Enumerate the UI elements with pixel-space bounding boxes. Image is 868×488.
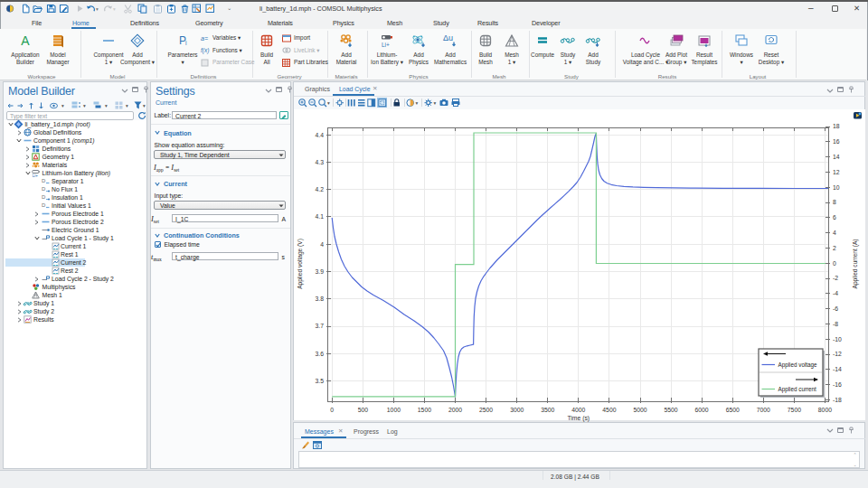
svg-text:4: 4 bbox=[833, 230, 836, 236]
svg-text:3.6: 3.6 bbox=[316, 351, 325, 357]
svg-text:8000: 8000 bbox=[818, 407, 832, 413]
svg-text:Applied current: Applied current bbox=[778, 386, 817, 393]
svg-text:4.2: 4.2 bbox=[316, 186, 325, 192]
svg-text:5000: 5000 bbox=[633, 407, 646, 413]
svg-text:7500: 7500 bbox=[788, 407, 801, 413]
svg-text:2500: 2500 bbox=[479, 407, 493, 413]
svg-text:14: 14 bbox=[833, 154, 840, 160]
svg-text:0: 0 bbox=[330, 407, 334, 413]
svg-text:-6: -6 bbox=[833, 305, 838, 312]
svg-text:3.7: 3.7 bbox=[316, 323, 325, 329]
svg-text:Applied current (A): Applied current (A) bbox=[852, 239, 859, 289]
svg-text:0: 0 bbox=[833, 260, 836, 267]
svg-text:3500: 3500 bbox=[541, 407, 554, 413]
svg-text:Time (s): Time (s) bbox=[567, 415, 590, 422]
svg-text:4.1: 4.1 bbox=[316, 213, 325, 220]
svg-text:3.9: 3.9 bbox=[316, 268, 325, 275]
svg-text:-4: -4 bbox=[833, 290, 838, 296]
svg-text:4.3: 4.3 bbox=[316, 159, 325, 165]
svg-text:1000: 1000 bbox=[387, 407, 401, 413]
svg-text:7000: 7000 bbox=[757, 407, 770, 413]
svg-text:5500: 5500 bbox=[665, 407, 678, 413]
svg-text:2: 2 bbox=[833, 245, 836, 251]
svg-text:-14: -14 bbox=[833, 366, 842, 372]
svg-text:8: 8 bbox=[833, 199, 836, 205]
svg-text:12: 12 bbox=[833, 169, 840, 175]
svg-text:4500: 4500 bbox=[602, 407, 616, 413]
svg-text:-12: -12 bbox=[833, 351, 842, 357]
svg-text:-18: -18 bbox=[833, 397, 842, 403]
svg-text:500: 500 bbox=[358, 407, 369, 413]
svg-text:6: 6 bbox=[833, 214, 836, 221]
svg-text:6000: 6000 bbox=[695, 407, 709, 413]
svg-text:1500: 1500 bbox=[418, 407, 431, 413]
svg-text:3.5: 3.5 bbox=[316, 378, 325, 384]
svg-text:16: 16 bbox=[833, 138, 840, 145]
svg-text:18: 18 bbox=[833, 123, 840, 129]
svg-text:Applied voltage (V): Applied voltage (V) bbox=[297, 239, 304, 289]
svg-text:2000: 2000 bbox=[448, 407, 462, 413]
svg-text:4.4: 4.4 bbox=[316, 132, 325, 138]
svg-text:-8: -8 bbox=[833, 321, 838, 327]
svg-text:3.8: 3.8 bbox=[316, 296, 325, 302]
svg-text:10: 10 bbox=[833, 184, 840, 191]
svg-text:4: 4 bbox=[320, 241, 324, 248]
svg-text:Applied voltage: Applied voltage bbox=[778, 361, 818, 369]
svg-text:6500: 6500 bbox=[726, 407, 740, 413]
svg-text:4000: 4000 bbox=[571, 407, 585, 413]
svg-text:3000: 3000 bbox=[510, 407, 524, 413]
svg-text:-16: -16 bbox=[833, 381, 842, 388]
svg-text:-10: -10 bbox=[833, 336, 842, 343]
svg-text:-2: -2 bbox=[833, 275, 838, 281]
